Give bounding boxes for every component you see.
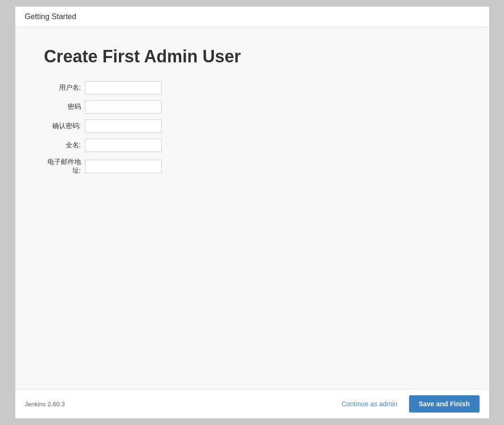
fullname-input[interactable] xyxy=(85,139,162,152)
dialog-footer: Jenkins 2.60.3 Continue as admin Save an… xyxy=(15,389,489,418)
label-username: 用户名: xyxy=(44,83,85,92)
label-email: 电子邮件地址: xyxy=(44,158,85,175)
dialog-body: Create First Admin User 用户名: 密码 确认密码: 全名… xyxy=(15,27,489,389)
form-row-fullname: 全名: xyxy=(44,139,460,152)
save-and-finish-button[interactable]: Save and Finish xyxy=(409,395,480,413)
page-title: Create First Admin User xyxy=(44,47,460,67)
form-container: 用户名: 密码 确认密码: 全名: 电子邮件地址: xyxy=(44,81,460,175)
dialog-header: Getting Started xyxy=(15,7,489,27)
dialog-container: Getting Started Create First Admin User … xyxy=(15,6,490,419)
footer-actions: Continue as admin Save and Finish xyxy=(338,395,479,413)
dialog-header-title: Getting Started xyxy=(25,12,77,21)
label-confirm-password: 确认密码: xyxy=(44,122,85,130)
continue-as-admin-button[interactable]: Continue as admin xyxy=(338,397,401,411)
label-password: 密码 xyxy=(44,103,85,111)
confirm-password-input[interactable] xyxy=(85,119,162,133)
username-input[interactable] xyxy=(85,81,162,94)
label-fullname: 全名: xyxy=(44,141,85,150)
version-label: Jenkins 2.60.3 xyxy=(25,401,65,408)
form-row-email: 电子邮件地址: xyxy=(44,158,460,175)
form-row-password: 密码 xyxy=(44,100,460,114)
password-input[interactable] xyxy=(85,100,162,114)
form-row-username: 用户名: xyxy=(44,81,460,94)
email-input[interactable] xyxy=(85,160,162,173)
form-row-confirm-password: 确认密码: xyxy=(44,119,460,133)
